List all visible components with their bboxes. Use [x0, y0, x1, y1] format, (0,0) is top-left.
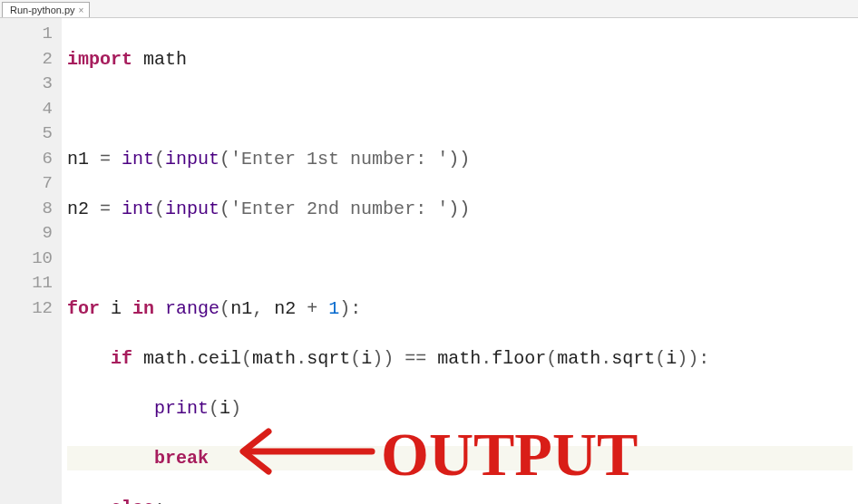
line-gutter: 1 2 3 4 5 6 7 8 9 10 11 12 [0, 18, 62, 504]
line-number: 4 [15, 97, 53, 122]
line-number: 1 [15, 22, 53, 47]
line-number: 3 [15, 72, 53, 97]
line-number: 2 [15, 47, 53, 73]
line-number: 12 [15, 296, 53, 322]
line-number: 9 [15, 221, 53, 247]
line-number: 6 [15, 147, 53, 172]
code-line: break [67, 446, 853, 471]
line-number: 5 [15, 121, 53, 147]
code-line: import math [67, 47, 853, 73]
code-line: if math.ceil(math.sqrt(i)) == math.floor… [67, 346, 853, 372]
code-line [67, 247, 853, 272]
code-line: print(i) [67, 396, 853, 422]
line-number: 7 [15, 171, 53, 197]
code-line: else: [67, 496, 853, 505]
code-line: n1 = int(input('Enter 1st number: ')) [67, 147, 853, 172]
line-number: 8 [15, 197, 53, 222]
line-number: 11 [15, 271, 53, 296]
code-editor[interactable]: 1 2 3 4 5 6 7 8 9 10 11 12 import math n… [0, 18, 858, 504]
code-area[interactable]: import math n1 = int(input('Enter 1st nu… [62, 18, 858, 504]
line-number: 10 [15, 247, 53, 272]
editor-tab-bar: Run-python.py × [0, 0, 858, 18]
tab-label: Run-python.py [10, 5, 75, 15]
code-line: n2 = int(input('Enter 2nd number: ')) [67, 197, 853, 222]
editor-tab[interactable]: Run-python.py × [2, 2, 90, 17]
code-line: for i in range(n1, n2 + 1): [67, 296, 853, 322]
code-line [67, 97, 853, 122]
close-icon[interactable]: × [79, 5, 84, 15]
